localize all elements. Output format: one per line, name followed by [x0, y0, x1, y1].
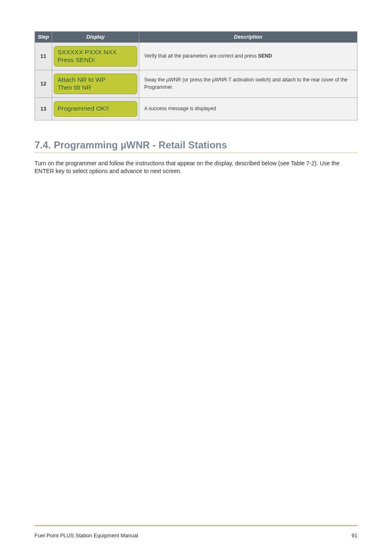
- page-root: Step Display Description 11 SXXXXX PXXX …: [0, 0, 392, 555]
- description-text: A success message is displayed: [144, 106, 216, 111]
- description-text: Verify that all the parameters are corre…: [144, 53, 258, 59]
- display-cell: Programmed OK!!: [52, 97, 139, 120]
- lcd-line: SXXXXX PXXX NXX: [58, 48, 134, 56]
- lcd-line: Attach NR to WP: [58, 76, 134, 83]
- steps-table: Step Display Description 11 SXXXXX PXXX …: [35, 31, 357, 120]
- table-row: 12 Attach NR to WP Then tilt NR Sway the…: [35, 70, 357, 97]
- section-number: 7.4.: [35, 139, 51, 150]
- col-header-description: Description: [139, 32, 357, 43]
- table-row: 13 Programmed OK!! A success message is …: [35, 97, 357, 120]
- footer-left: Fuel Point PLUS Station Equipment Manual: [35, 532, 138, 539]
- display-cell: SXXXXX PXXX NXX Press SEND!: [52, 43, 139, 70]
- section-title: Programming µWNR - Retail Stations: [54, 139, 227, 150]
- lcd-display: SXXXXX PXXX NXX Press SEND!: [54, 46, 137, 67]
- step-number: 11: [35, 43, 52, 70]
- col-header-step: Step: [35, 32, 52, 43]
- lcd-display: Programmed OK!!: [54, 101, 137, 117]
- description-cell: A success message is displayed: [139, 97, 357, 120]
- lcd-display: Attach NR to WP Then tilt NR: [54, 74, 137, 94]
- display-cell: Attach NR to WP Then tilt NR: [52, 70, 139, 97]
- footer-page-number: 91: [352, 532, 357, 539]
- table-row: 11 SXXXXX PXXX NXX Press SEND! Verify th…: [35, 43, 357, 70]
- lcd-line: Press SEND!: [58, 56, 134, 64]
- col-header-display: Display: [52, 32, 139, 43]
- footer-rule: [35, 525, 357, 526]
- description-cell: Sway the µWNR (or press the µWNR-T activ…: [139, 70, 357, 97]
- section-body-text: Turn on the programmer and follow the in…: [35, 160, 357, 176]
- lcd-line: Programmed OK!!: [58, 104, 134, 112]
- description-cell: Verify that all the parameters are corre…: [139, 43, 357, 70]
- page-footer: Fuel Point PLUS Station Equipment Manual…: [35, 532, 357, 539]
- table-header-row: Step Display Description: [35, 32, 357, 43]
- heading-underline: [35, 153, 357, 153]
- section-heading: 7.4. Programming µWNR - Retail Stations: [35, 139, 357, 151]
- step-number: 13: [35, 97, 52, 120]
- description-text: Sway the µWNR (or press the µWNR-T activ…: [144, 77, 348, 90]
- step-number: 12: [35, 70, 52, 97]
- lcd-line: Then tilt NR: [58, 83, 134, 91]
- description-bold: SEND: [258, 53, 272, 59]
